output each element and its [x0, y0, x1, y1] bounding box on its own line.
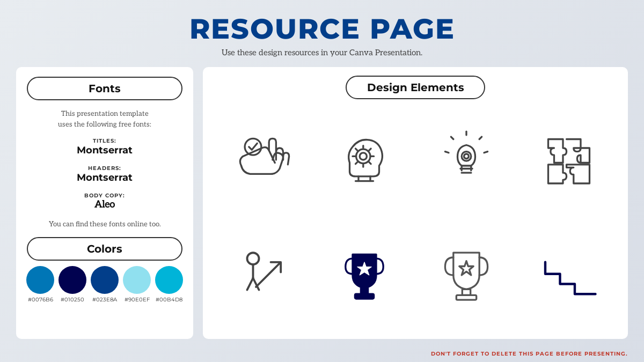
- color-swatch-2: #010250: [58, 266, 86, 303]
- icons-grid: [214, 105, 617, 330]
- svg-point-24: [464, 154, 469, 159]
- color-swatch-4: #90E0EF: [123, 266, 151, 303]
- color-swatch-3: #023E8A: [91, 266, 119, 303]
- font-item-headers: HEADERS: Montserrat: [27, 165, 182, 183]
- svg-line-16: [484, 151, 488, 152]
- trophy-outline-icon: [437, 246, 496, 305]
- left-panel: Fonts This presentation template uses th…: [16, 67, 193, 339]
- font-item-titles: TITLES: Montserrat: [27, 137, 182, 156]
- icon-cell-1: [214, 105, 311, 215]
- svg-line-9: [355, 162, 357, 164]
- svg-rect-30: [457, 295, 477, 300]
- svg-line-18: [451, 137, 453, 139]
- main-content: Fonts This presentation template uses th…: [0, 61, 644, 345]
- lightbulb-gear-icon: [437, 130, 496, 189]
- svg-line-10: [369, 162, 371, 164]
- font-label-body: BODY COPY:: [27, 192, 182, 199]
- icon-cell-6: [316, 220, 413, 331]
- svg-rect-26: [361, 288, 368, 294]
- design-elements-label: Design Elements: [367, 81, 464, 94]
- page-footer: DON'T FORGET TO DELETE THIS PAGE BEFORE …: [0, 345, 644, 362]
- svg-point-23: [462, 151, 471, 161]
- svg-point-25: [247, 253, 259, 264]
- icon-cell-5: [214, 220, 311, 331]
- swatch-4: [123, 266, 151, 294]
- icon-cell-3: [418, 105, 515, 215]
- swatch-5: [155, 266, 183, 294]
- colors-label: Colors: [87, 242, 122, 255]
- puzzle-icon: [539, 130, 598, 189]
- right-panel: Design Elements: [203, 67, 628, 339]
- svg-marker-31: [459, 261, 473, 275]
- font-item-body: BODY COPY: Aleo: [27, 192, 182, 210]
- svg-point-2: [360, 153, 367, 160]
- icon-cell-8: [521, 220, 618, 331]
- hex-3: #023E8A: [92, 296, 117, 303]
- swatch-3: [91, 266, 119, 294]
- page-header: RESOURCE PAGE Use these design resources…: [189, 0, 455, 61]
- font-name-body: Aleo: [27, 199, 182, 210]
- trophy-filled-icon: [335, 246, 394, 305]
- hex-2: #010250: [61, 296, 84, 303]
- svg-line-8: [369, 149, 371, 150]
- fonts-section-header: Fonts: [27, 77, 182, 100]
- color-swatch-1: #0076B6: [26, 266, 54, 303]
- svg-rect-27: [355, 294, 374, 299]
- hex-1: #0076B6: [28, 296, 53, 303]
- design-elements-header: Design Elements: [346, 76, 485, 99]
- fonts-description: This presentation template uses the foll…: [27, 109, 182, 130]
- font-name-headers: Montserrat: [27, 172, 182, 183]
- icon-cell-7: [418, 220, 515, 331]
- person-growth-icon: [232, 246, 291, 305]
- colors-section-header: Colors: [27, 237, 182, 261]
- hex-5: #00B4D8: [156, 296, 182, 303]
- page-subtitle: Use these design resources in your Canva…: [189, 48, 455, 57]
- color-swatch-5: #00B4D8: [155, 266, 183, 303]
- colors-section: Colors #0076B6 #010250 #023E8A #90E0EF: [27, 237, 182, 303]
- fonts-note: You can find these fonts online too.: [27, 220, 182, 228]
- svg-line-17: [445, 151, 449, 152]
- footer-warning: DON'T FORGET TO DELETE THIS PAGE BEFORE …: [431, 350, 628, 357]
- fonts-label: Fonts: [89, 82, 121, 95]
- icon-cell-2: [316, 105, 413, 215]
- svg-line-7: [355, 149, 357, 150]
- swatch-2: [58, 266, 86, 294]
- svg-point-1: [356, 149, 370, 163]
- icon-cell-4: [521, 105, 618, 215]
- font-label-titles: TITLES:: [27, 137, 182, 144]
- hand-check-icon: [232, 130, 291, 189]
- svg-line-15: [479, 137, 481, 139]
- hex-4: #90E0EF: [125, 296, 150, 303]
- colors-swatches: #0076B6 #010250 #023E8A #90E0EF #00B4D8: [27, 266, 182, 303]
- brain-head-icon: [335, 130, 394, 189]
- page-title: RESOURCE PAGE: [189, 12, 455, 46]
- font-label-headers: HEADERS:: [27, 165, 182, 172]
- font-name-titles: Montserrat: [27, 144, 182, 156]
- stairs-icon: [539, 246, 598, 305]
- swatch-1: [26, 266, 54, 294]
